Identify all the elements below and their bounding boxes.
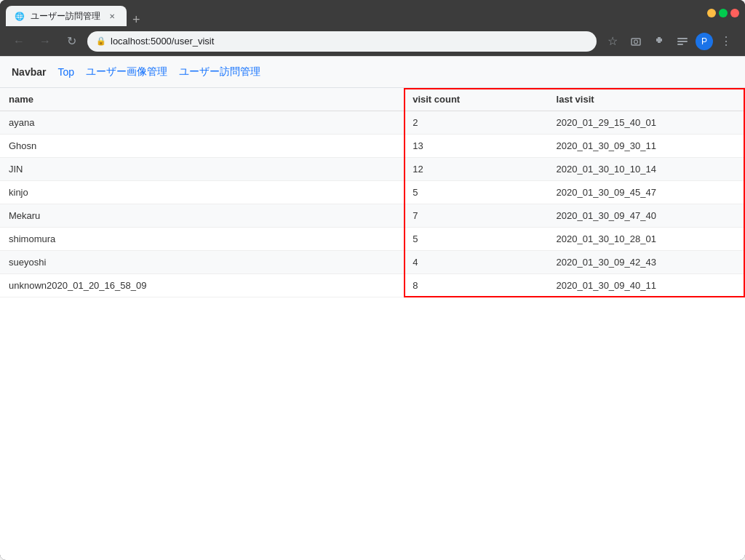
cell-visit-count: 13 (404, 135, 547, 158)
cell-last-visit: 2020_01_30_10_28_01 (548, 228, 745, 251)
profile-icon[interactable]: P (696, 33, 713, 50)
cell-visit-count: 8 (404, 274, 547, 297)
cell-name: kinjo (0, 181, 404, 204)
maximize-button[interactable]: □ (719, 9, 728, 17)
menu-icon[interactable]: ⋮ (716, 31, 736, 52)
table-body: ayana22020_01_29_15_40_01Ghosn132020_01_… (0, 111, 745, 297)
new-tab-button[interactable]: + (127, 13, 146, 26)
cell-visit-count: 12 (404, 158, 547, 181)
svg-rect-2 (677, 38, 688, 39)
navbar-link-top[interactable]: Top (57, 66, 74, 78)
favicon-icon: 🌐 (15, 12, 25, 21)
close-button[interactable]: ✕ (730, 9, 739, 17)
svg-point-1 (634, 40, 638, 44)
cell-last-visit: 2020_01_30_09_45_47 (548, 181, 745, 204)
navbar-brand: Navbar (12, 66, 46, 78)
table-row: shimomura52020_01_30_10_28_01 (0, 228, 745, 251)
cell-name: shimomura (0, 228, 404, 251)
navbar-link-images[interactable]: ユーザー画像管理 (86, 65, 167, 79)
reload-button[interactable]: ↻ (61, 31, 81, 52)
table-header: name visit count last visit (0, 88, 745, 111)
table-row: Mekaru72020_01_30_09_47_40 (0, 204, 745, 228)
cell-visit-count: 2 (404, 111, 547, 135)
cell-last-visit: 2020_01_30_09_42_43 (548, 251, 745, 274)
navbar-link-visits[interactable]: ユーザー訪問管理 (179, 65, 260, 79)
toolbar-right: ☆ P ⋮ (602, 31, 736, 52)
screenshot-icon[interactable] (626, 31, 646, 52)
table-row: Ghosn132020_01_30_09_30_11 (0, 135, 745, 158)
table-row: sueyoshi42020_01_30_09_42_43 (0, 251, 745, 274)
cell-name: unknown2020_01_20_16_58_09 (0, 274, 404, 297)
table-wrapper: name visit count last visit ayana22020_0… (0, 88, 745, 297)
active-tab[interactable]: 🌐 ユーザー訪問管理 ✕ (6, 6, 127, 26)
cell-visit-count: 5 (404, 228, 547, 251)
cell-visit-count: 5 (404, 181, 547, 204)
tabs-area: 🌐 ユーザー訪問管理 ✕ + (6, 0, 707, 26)
back-button[interactable]: ← (9, 31, 29, 52)
table-row: kinjo52020_01_30_09_45_47 (0, 181, 745, 204)
cell-last-visit: 2020_01_30_09_30_11 (548, 135, 745, 158)
cell-last-visit: 2020_01_30_09_47_40 (548, 204, 745, 228)
col-header-visit-count: visit count (404, 88, 547, 111)
cell-visit-count: 4 (404, 251, 547, 274)
bookmark-icon[interactable]: ☆ (602, 31, 623, 52)
cell-name: Mekaru (0, 204, 404, 228)
svg-rect-3 (677, 41, 688, 42)
browser-window: 🌐 ユーザー訪問管理 ✕ + − □ ✕ ← → ↻ 🔒 localhost:5… (0, 0, 745, 560)
tab-close-button[interactable]: ✕ (106, 10, 118, 22)
cell-last-visit: 2020_01_30_10_10_14 (548, 158, 745, 181)
url-text: localhost:5000/user_visit (111, 36, 214, 47)
cell-name: Ghosn (0, 135, 404, 158)
cell-visit-count: 7 (404, 204, 547, 228)
lock-icon: 🔒 (96, 36, 106, 46)
col-header-last-visit: last visit (548, 88, 745, 111)
navbar: Navbar Top ユーザー画像管理 ユーザー訪問管理 (0, 57, 745, 88)
table-row: ayana22020_01_29_15_40_01 (0, 111, 745, 135)
title-bar: 🌐 ユーザー訪問管理 ✕ + − □ ✕ (0, 0, 745, 26)
svg-rect-4 (677, 44, 683, 45)
table-row: unknown2020_01_20_16_58_0982020_01_30_09… (0, 274, 745, 297)
minimize-button[interactable]: − (707, 9, 716, 17)
url-bar[interactable]: 🔒 localhost:5000/user_visit (87, 31, 597, 52)
address-bar: ← → ↻ 🔒 localhost:5000/user_visit ☆ P ⋮ (0, 26, 745, 57)
cell-name: sueyoshi (0, 251, 404, 274)
table-row: JIN122020_01_30_10_10_14 (0, 158, 745, 181)
forward-button[interactable]: → (35, 31, 55, 52)
cell-last-visit: 2020_01_30_09_40_11 (548, 274, 745, 297)
cell-last-visit: 2020_01_29_15_40_01 (548, 111, 745, 135)
cell-name: JIN (0, 158, 404, 181)
tab-title: ユーザー訪問管理 (31, 10, 100, 23)
window-controls: − □ ✕ (707, 9, 739, 17)
cell-name: ayana (0, 111, 404, 135)
extension-icon[interactable] (649, 31, 669, 52)
svg-rect-0 (632, 39, 640, 45)
tab-search-icon[interactable] (672, 31, 693, 52)
page-content: Navbar Top ユーザー画像管理 ユーザー訪問管理 name visit … (0, 57, 745, 560)
col-header-name: name (0, 88, 404, 111)
data-table: name visit count last visit ayana22020_0… (0, 88, 745, 297)
